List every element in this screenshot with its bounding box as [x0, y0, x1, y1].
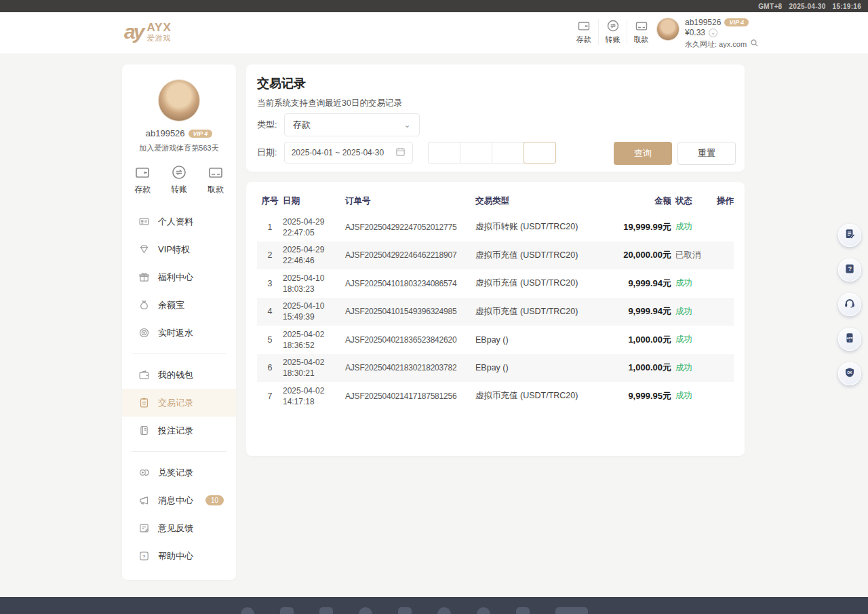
transfer-icon — [606, 19, 620, 33]
status-badge: 已取消 — [675, 250, 709, 261]
clipboard-icon — [138, 397, 150, 408]
balance-value: ¥0.33 — [685, 28, 705, 37]
amount: 1,000.00元 — [599, 362, 675, 374]
logo-monogram-icon: ay — [124, 20, 142, 43]
vip-badge: VIP 4 — [189, 130, 213, 138]
date-range-input[interactable]: 2025-04-01 ~ 2025-04-30 — [284, 142, 413, 164]
row-date: 2025-04-02 — [283, 385, 345, 396]
footer-partial-icons — [241, 607, 588, 614]
svg-text:OK: OK — [847, 371, 852, 375]
date-range-button[interactable] — [460, 142, 492, 164]
transaction-type: EBpay () — [475, 335, 599, 345]
table-header-row: 序号 日期 订单号 交易类型 金额 状态 操作 — [257, 189, 734, 213]
order-number: AJSF202504292246462218907 — [345, 250, 475, 260]
main-nav — [202, 12, 396, 54]
row-date: 2025-04-02 — [283, 357, 345, 368]
table-row: 3 2025-04-10 18:03:23 AJSF20250410180323… — [257, 269, 734, 298]
transaction-type-select[interactable]: 存款 ⌄ — [284, 113, 420, 136]
date-range-button[interactable] — [524, 142, 556, 164]
floating-toolbar: ? APP OK — [838, 224, 861, 385]
date-quick-ranges — [428, 142, 556, 164]
user-block[interactable]: ab199526 VIP 4 ¥0.33 ⌄ 永久网址: ayx.com — [656, 18, 759, 50]
svg-text:?: ? — [142, 554, 146, 560]
order-number: AJSF202504021830218203782 — [345, 363, 475, 372]
floating-button[interactable]: APP — [838, 328, 861, 351]
header-quick-actions: 存款 转账 取款 — [570, 19, 655, 45]
ok-icon: OK — [844, 366, 856, 381]
col-action: 操作 — [709, 195, 734, 207]
order-number: AJSF202504292247052012775 — [345, 223, 475, 232]
permanent-url: 永久网址: ayx.com — [685, 39, 747, 50]
row-time: 18:03:23 — [283, 284, 345, 294]
floating-button[interactable] — [838, 293, 861, 316]
sidebar-menu-item[interactable]: 实时返水 — [122, 319, 236, 347]
floating-button[interactable]: OK — [838, 362, 861, 385]
target-icon — [138, 327, 150, 339]
wallet-icon — [577, 19, 591, 33]
status-badge: 成功 — [675, 277, 709, 289]
app-icon: APP — [844, 332, 856, 347]
sidebar-menu-item[interactable]: 福利中心 — [122, 263, 236, 291]
sidebar-menu-item[interactable]: VIP特权 — [122, 235, 236, 263]
logo-brand-text: AYX — [146, 22, 171, 33]
col-status: 状态 — [675, 195, 709, 207]
server-date: 2025-04-30 — [789, 3, 825, 10]
order-number: AJSF202504101803234086574 — [345, 279, 475, 288]
sidebar-menu-item[interactable]: 意见反馈 — [122, 514, 236, 542]
avatar[interactable] — [656, 18, 679, 41]
sidebar-menu-item[interactable]: 消息中心 10 — [122, 486, 236, 514]
quick-action-button[interactable]: 转账 — [598, 19, 627, 45]
sidebar-menu-item[interactable]: 我的钱包 — [122, 361, 236, 389]
timezone-label: GMT+8 — [758, 3, 782, 10]
row-date: 2025-04-29 — [283, 216, 345, 227]
helpbook-icon: ? — [844, 263, 856, 277]
query-button[interactable]: 查询 — [614, 142, 672, 165]
row-time: 22:47:05 — [283, 227, 345, 238]
wallet-icon — [134, 164, 151, 180]
chevron-down-icon: ⌄ — [404, 120, 411, 130]
status-badge: 成功 — [675, 390, 709, 402]
transaction-type: 虚拟币转账 (USDT/TRC20) — [475, 221, 599, 233]
table-row: 1 2025-04-29 22:47:05 AJSF20250429224705… — [257, 213, 734, 242]
transaction-type: EBpay () — [475, 363, 599, 372]
search-icon[interactable] — [750, 38, 759, 50]
brand-logo[interactable]: ay AYX 爱游戏 — [124, 20, 172, 43]
feedback-icon — [138, 522, 150, 534]
quick-action-button[interactable]: 取款 — [208, 164, 224, 195]
transaction-type: 虚拟币充值 (USDT/TRC20) — [475, 250, 599, 261]
order-number: AJSF202504101549396324985 — [345, 307, 475, 316]
order-number: AJSF202504021836523842620 — [345, 335, 475, 345]
notebook-icon — [138, 425, 150, 436]
refresh-balance-icon[interactable]: ⌄ — [709, 28, 717, 37]
quick-action-button[interactable]: 取款 — [627, 19, 655, 45]
sidebar-menu-item[interactable]: 余额宝 — [122, 291, 236, 319]
amount: 9,999.94元 — [599, 305, 675, 318]
status-badge: 成功 — [675, 362, 709, 374]
transaction-type: 虚拟币充值 (USDT/TRC20) — [475, 277, 599, 289]
floating-button[interactable]: ? — [838, 258, 861, 282]
date-range-button[interactable] — [428, 142, 460, 164]
quick-action-button[interactable]: 存款 — [134, 164, 151, 195]
col-amount: 金额 — [599, 195, 675, 207]
svg-text:?: ? — [848, 265, 852, 272]
avatar[interactable] — [158, 79, 200, 121]
sidebar-menu-item[interactable]: 交易记录 — [122, 389, 236, 417]
megaphone-icon — [138, 495, 150, 506]
sidebar-menu-item[interactable]: ? 帮助中心 — [122, 542, 236, 570]
col-order: 订单号 — [345, 195, 475, 207]
sidebar-menu-item[interactable]: 兑奖记录 — [122, 459, 236, 486]
reset-button[interactable]: 重置 — [677, 142, 736, 165]
account-sidebar: ab199526 VIP 4 加入爱游戏体育第563天 存款 转账 取款 个人资… — [122, 64, 236, 580]
card-icon — [208, 164, 224, 180]
quick-action-button[interactable]: 转账 — [171, 164, 187, 195]
logo-sub-text: 爱游戏 — [146, 35, 171, 42]
sidebar-menu-item[interactable]: 投注记录 — [122, 417, 236, 444]
quick-action-button[interactable]: 存款 — [570, 19, 598, 45]
sidebar-menu-item[interactable]: 个人资料 — [122, 208, 236, 235]
date-range-button[interactable] — [492, 142, 524, 164]
floating-button[interactable] — [838, 224, 861, 247]
amount: 19,999.99元 — [599, 221, 675, 233]
divider — [132, 353, 226, 354]
amount: 9,999.95元 — [599, 390, 675, 402]
status-badge: 成功 — [675, 334, 709, 345]
